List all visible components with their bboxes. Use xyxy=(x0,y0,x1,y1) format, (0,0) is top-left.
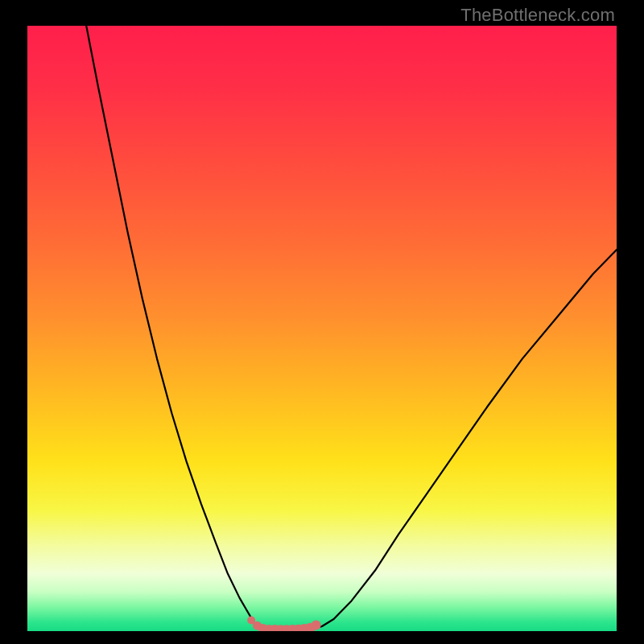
watermark-text: TheBottleneck.com xyxy=(460,5,615,26)
bottleneck-chart xyxy=(27,26,617,631)
minimum-marker xyxy=(312,620,321,630)
chart-frame: TheBottleneck.com xyxy=(0,0,644,644)
plot-area xyxy=(27,26,617,631)
gradient-background xyxy=(27,26,617,631)
